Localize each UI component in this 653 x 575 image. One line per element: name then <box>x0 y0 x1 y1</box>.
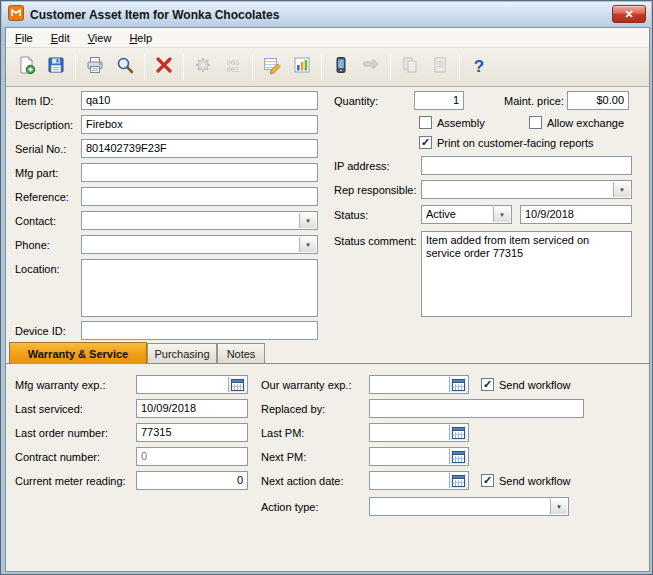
equipment-button[interactable] <box>326 52 356 82</box>
calendar-icon[interactable] <box>449 377 467 392</box>
mfg-part-field[interactable] <box>81 163 318 182</box>
phone-label: Phone: <box>15 239 50 251</box>
help-button[interactable]: ? <box>464 52 494 82</box>
tab-notes[interactable]: Notes <box>217 343 265 363</box>
menu-help[interactable]: Help <box>120 29 161 47</box>
tab-warranty-service[interactable]: Warranty & Service <box>9 342 147 364</box>
delete-button[interactable] <box>149 52 179 82</box>
ip-address-field[interactable] <box>421 156 632 175</box>
reference-label: Reference: <box>15 191 69 203</box>
status-date-field[interactable]: 10/9/2018 <box>520 205 632 224</box>
last-pm-label: Last PM: <box>261 427 304 439</box>
status-combobox[interactable]: Active ▼ <box>421 205 512 224</box>
toolbar-separator <box>183 54 184 80</box>
device-id-label: Device ID: <box>15 325 66 337</box>
device-id-field[interactable] <box>81 321 318 340</box>
next-action-date-label: Next action date: <box>261 475 344 487</box>
last-serviced-field[interactable]: 10/09/2018 <box>136 399 248 418</box>
app-window: Customer Asset Item for Wonka Chocolates… <box>0 0 653 575</box>
location-field[interactable] <box>81 259 318 317</box>
device-icon <box>331 55 351 79</box>
action-type-combobox[interactable]: ▼ <box>369 497 569 516</box>
serial-no-field[interactable]: 801402739F23F <box>81 139 318 158</box>
calendar-icon[interactable] <box>449 425 467 440</box>
next-action-date-field[interactable] <box>369 471 469 490</box>
maint-price-label: Maint. price: <box>504 95 564 107</box>
serial-numbers-button: 003001 <box>218 52 248 82</box>
mfg-warranty-exp-field[interactable] <box>136 375 248 394</box>
our-warranty-exp-label: Our warranty exp.: <box>261 379 351 391</box>
contact-combobox[interactable]: ▼ <box>81 211 318 230</box>
reference-field[interactable] <box>81 187 318 206</box>
print-button[interactable] <box>80 52 110 82</box>
calendar-icon[interactable] <box>449 449 467 464</box>
current-meter-reading-label: Current meter reading: <box>15 475 126 487</box>
contact-label: Contact: <box>15 215 56 227</box>
last-serviced-label: Last serviced: <box>15 403 83 415</box>
next-pm-field[interactable] <box>369 447 469 466</box>
title-bar: Customer Asset Item for Wonka Chocolates <box>2 2 651 27</box>
menu-edit[interactable]: Edit <box>42 29 79 47</box>
assembly-label: Assembly <box>437 117 485 129</box>
send-workflow-warranty-checkbox[interactable]: ✓ <box>481 378 494 391</box>
menu-file[interactable]: File <box>6 29 42 47</box>
send-workflow-action-label: Send workflow <box>499 475 571 487</box>
rep-responsible-combobox[interactable]: ▼ <box>421 180 632 199</box>
maint-price-field[interactable]: $0.00 <box>567 91 629 110</box>
print-reports-checkbox[interactable]: ✓ <box>419 136 432 149</box>
menu-bar: File Edit View Help <box>6 28 649 48</box>
phone-combobox[interactable]: ▼ <box>81 235 318 254</box>
new-record-icon <box>16 55 36 79</box>
close-button[interactable]: ✕ <box>612 5 646 23</box>
next-pm-label: Next PM: <box>261 451 306 463</box>
allow-exchange-label: Allow exchange <box>547 117 624 129</box>
current-meter-reading-field[interactable]: 0 <box>136 471 248 490</box>
chevron-down-icon[interactable]: ▼ <box>299 213 316 228</box>
last-pm-field[interactable] <box>369 423 469 442</box>
save-button[interactable] <box>41 52 71 82</box>
quantity-field[interactable]: 1 <box>414 91 464 110</box>
calendar-icon[interactable] <box>449 473 467 488</box>
print-reports-label: Print on customer-facing reports <box>437 137 594 149</box>
notes-button <box>425 52 455 82</box>
chevron-down-icon[interactable]: ▼ <box>613 182 630 197</box>
print-icon <box>85 55 105 79</box>
transfer-arrow-icon <box>361 55 381 79</box>
send-workflow-warranty-label: Send workflow <box>499 379 571 391</box>
description-label: Description: <box>15 119 73 131</box>
toolbar: 003001 <box>6 48 649 87</box>
description-field[interactable]: Firebox <box>81 115 318 134</box>
assembly-checkbox[interactable] <box>419 116 432 129</box>
chevron-down-icon[interactable]: ▼ <box>493 207 510 222</box>
search-icon <box>115 55 135 79</box>
item-id-field[interactable]: qa10 <box>81 91 318 110</box>
replaced-by-field[interactable] <box>369 399 584 418</box>
our-warranty-exp-field[interactable] <box>369 375 469 394</box>
last-order-number-field[interactable]: 77315 <box>136 423 248 442</box>
send-workflow-action-checkbox[interactable]: ✓ <box>481 474 494 487</box>
schedule-button[interactable] <box>287 52 317 82</box>
edit-chart-icon <box>262 55 282 79</box>
replaced-by-label: Replaced by: <box>261 403 325 415</box>
close-icon: ✕ <box>624 8 633 21</box>
search-button[interactable] <box>110 52 140 82</box>
serial-numbers-icon: 003001 <box>227 60 240 74</box>
calendar-icon[interactable] <box>228 377 246 392</box>
mfg-warranty-exp-label: Mfg warranty exp.: <box>15 379 105 391</box>
toolbar-separator <box>390 54 391 80</box>
quantity-label: Quantity: <box>334 95 378 107</box>
last-order-number-label: Last order number: <box>15 427 108 439</box>
menu-view[interactable]: View <box>79 29 121 47</box>
allow-exchange-checkbox[interactable] <box>529 116 542 129</box>
copy-button <box>395 52 425 82</box>
contract-number-field[interactable]: 0 <box>136 447 248 466</box>
chevron-down-icon[interactable]: ▼ <box>299 237 316 252</box>
chevron-down-icon[interactable]: ▼ <box>550 499 567 514</box>
window-title: Customer Asset Item for Wonka Chocolates <box>30 8 279 22</box>
tab-purchasing[interactable]: Purchasing <box>147 343 217 363</box>
gear-icon <box>193 55 213 79</box>
status-comment-label: Status comment: <box>334 235 417 247</box>
new-record-button[interactable] <box>11 52 41 82</box>
edit-chart-button[interactable] <box>257 52 287 82</box>
status-comment-field[interactable]: Item added from item serviced on service… <box>421 231 632 317</box>
